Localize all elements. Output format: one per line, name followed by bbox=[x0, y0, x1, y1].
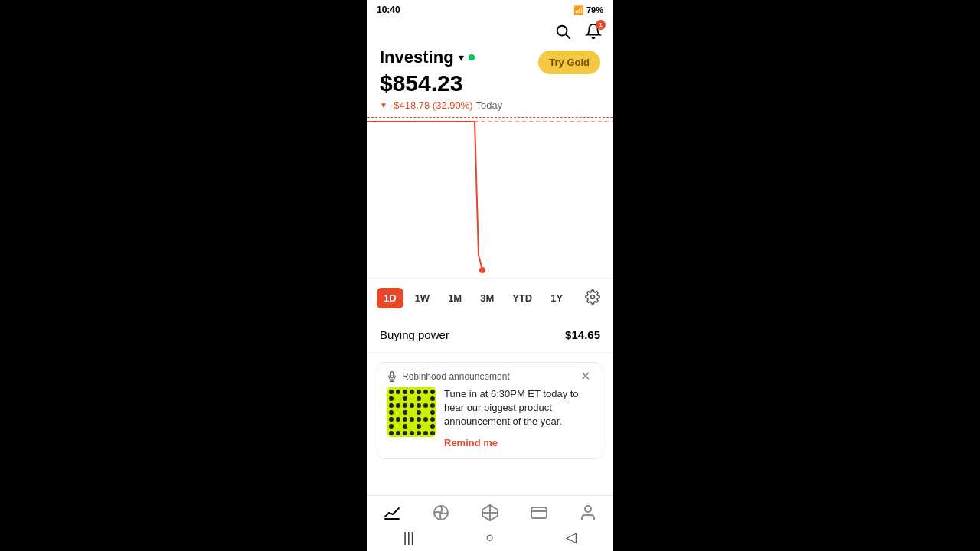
chart-section bbox=[368, 117, 612, 278]
chevron-down-icon: ▾ bbox=[459, 51, 464, 64]
browse-icon bbox=[432, 504, 450, 522]
phone-screen: 10:40 📶 79% 1 Investing bbox=[368, 0, 612, 551]
battery-icon: 79% bbox=[586, 5, 603, 15]
time-range-1d[interactable]: 1D bbox=[377, 288, 403, 308]
top-nav: 1 bbox=[368, 18, 612, 47]
announcement-card: Robinhood announcement ✕ bbox=[377, 362, 603, 459]
live-indicator bbox=[469, 54, 475, 60]
announcement-text: Tune in at 6:30PM ET today to hear our b… bbox=[444, 387, 593, 449]
change-row: ▼ -$418.78 (32.90%) Today bbox=[380, 99, 502, 111]
buying-power-value: $14.65 bbox=[565, 328, 600, 341]
chart-line-icon bbox=[383, 504, 401, 522]
notification-badge: 1 bbox=[596, 20, 606, 30]
page-title: Investing bbox=[380, 47, 454, 67]
announcement-message: Tune in at 6:30PM ET today to hear our b… bbox=[444, 387, 593, 429]
announcement-body: Tune in at 6:30PM ET today to hear our b… bbox=[377, 387, 603, 458]
announcement-title: Robinhood announcement bbox=[402, 371, 510, 382]
svg-point-14 bbox=[585, 506, 591, 512]
main-content: Investing ▾ $854.23 ▼ -$418.78 (32.90%) … bbox=[368, 47, 612, 495]
status-time: 10:40 bbox=[377, 5, 400, 15]
chart-settings-button[interactable] bbox=[582, 286, 603, 310]
tab-profile[interactable] bbox=[573, 500, 603, 525]
gear-icon bbox=[585, 289, 600, 305]
person-icon bbox=[579, 504, 597, 522]
card-icon bbox=[530, 504, 548, 522]
search-button[interactable] bbox=[553, 21, 573, 41]
system-bar: ||| ○ ◁ bbox=[368, 527, 612, 551]
recents-button[interactable]: ◁ bbox=[566, 529, 577, 546]
status-icons: 📶 79% bbox=[573, 5, 603, 15]
status-bar: 10:40 📶 79% bbox=[368, 0, 612, 18]
remind-me-button[interactable]: Remind me bbox=[444, 437, 498, 448]
try-gold-button[interactable]: Try Gold bbox=[538, 51, 600, 74]
crypto-icon bbox=[481, 504, 499, 522]
time-range-ytd[interactable]: YTD bbox=[505, 288, 539, 308]
tab-investing[interactable] bbox=[377, 500, 407, 525]
investing-title-row: Investing ▾ bbox=[380, 47, 502, 67]
portfolio-value: $854.23 bbox=[380, 70, 502, 96]
buying-power-label: Buying power bbox=[380, 328, 449, 341]
time-range-3m[interactable]: 3M bbox=[473, 288, 501, 308]
down-arrow-icon: ▼ bbox=[380, 101, 387, 109]
back-lines-button[interactable]: ||| bbox=[403, 530, 414, 546]
svg-rect-12 bbox=[531, 507, 547, 518]
tab-browse[interactable] bbox=[426, 500, 456, 525]
change-period: Today bbox=[476, 99, 503, 111]
mic-icon bbox=[387, 371, 397, 382]
home-circle-button[interactable]: ○ bbox=[486, 530, 495, 546]
time-range-bar: 1D 1W 1M 3M YTD 1Y bbox=[368, 278, 612, 318]
notification-button[interactable]: 1 bbox=[583, 21, 603, 41]
portfolio-chart bbox=[368, 118, 612, 278]
svg-point-3 bbox=[479, 267, 485, 273]
portfolio-info: Investing ▾ $854.23 ▼ -$418.78 (32.90%) … bbox=[380, 47, 502, 111]
time-range-1w[interactable]: 1W bbox=[408, 288, 437, 308]
search-icon bbox=[554, 23, 571, 40]
announcement-thumbnail bbox=[387, 387, 436, 437]
time-range-1m[interactable]: 1M bbox=[441, 288, 469, 308]
bottom-nav bbox=[368, 495, 612, 527]
svg-line-1 bbox=[566, 34, 570, 38]
announcement-title-row: Robinhood announcement bbox=[387, 371, 510, 382]
time-range-1y[interactable]: 1Y bbox=[544, 288, 570, 308]
announcement-header: Robinhood announcement ✕ bbox=[377, 363, 603, 387]
tab-crypto[interactable] bbox=[475, 500, 505, 525]
svg-point-4 bbox=[591, 295, 595, 299]
dot-grid-image bbox=[389, 390, 435, 435]
header-section: Investing ▾ $854.23 ▼ -$418.78 (32.90%) … bbox=[368, 47, 612, 117]
tab-card[interactable] bbox=[524, 500, 554, 525]
signal-icon: 📶 bbox=[573, 5, 584, 15]
buying-power-row: Buying power $14.65 bbox=[368, 318, 612, 353]
change-amount: -$418.78 (32.90%) bbox=[390, 99, 473, 111]
close-announcement-button[interactable]: ✕ bbox=[577, 370, 593, 383]
